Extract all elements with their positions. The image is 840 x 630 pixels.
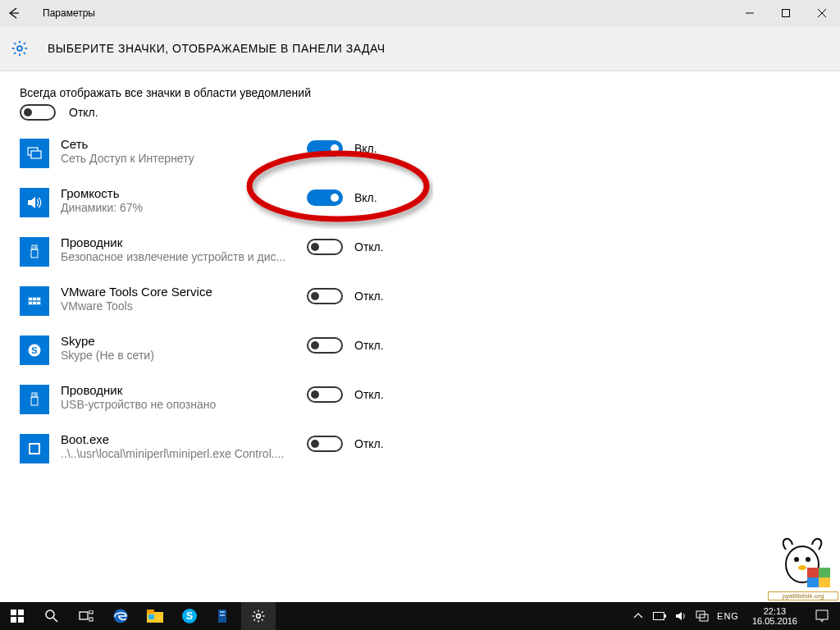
- folder-icon: [147, 609, 163, 623]
- svg-rect-23: [30, 445, 39, 453]
- svg-rect-0: [783, 10, 790, 17]
- svg-rect-6: [31, 249, 38, 258]
- item-control: Откл.: [307, 288, 384, 304]
- tray-language[interactable]: ENG: [717, 611, 739, 621]
- svg-rect-13: [29, 302, 32, 304]
- window-title: Параметры: [43, 7, 95, 19]
- item-state: Откл.: [354, 437, 384, 450]
- watermark-caption: pyatilistnik.org: [768, 591, 838, 600]
- list-item: СетьСеть Доступ к ИнтернетуВкл.: [20, 135, 820, 185]
- item-toggle[interactable]: [307, 288, 343, 304]
- arrow-left-icon: [7, 7, 20, 20]
- master-toggle-row: Всегда отображать все значки в области у…: [20, 86, 820, 121]
- svg-rect-34: [11, 617, 16, 623]
- item-toggle[interactable]: [307, 140, 343, 157]
- taskbar-skype[interactable]: S: [172, 602, 207, 630]
- svg-rect-20: [34, 395, 34, 396]
- maximize-button[interactable]: [768, 0, 804, 26]
- svg-rect-14: [33, 302, 36, 304]
- svg-rect-21: [35, 395, 36, 396]
- item-control: Откл.: [307, 386, 384, 403]
- tray-chevron[interactable]: [632, 609, 645, 623]
- content: Всегда отображать все значки в области у…: [0, 71, 840, 495]
- svg-rect-10: [29, 298, 32, 300]
- gear-icon: [10, 39, 30, 58]
- item-toggle[interactable]: [307, 436, 343, 452]
- minimize-button[interactable]: [732, 0, 768, 26]
- taskbar: S ENG: [0, 602, 840, 630]
- boot-icon: [20, 434, 49, 463]
- windows-icon: [11, 609, 24, 623]
- tray-battery-icon[interactable]: [653, 609, 666, 623]
- svg-rect-38: [89, 610, 93, 614]
- tray-time: 22:13: [752, 606, 797, 616]
- svg-rect-29: [819, 568, 830, 578]
- item-state: Вкл.: [354, 191, 377, 204]
- svg-point-36: [46, 610, 54, 619]
- svg-rect-50: [654, 613, 664, 620]
- item-toggle[interactable]: [307, 239, 343, 255]
- item-state: Откл.: [354, 388, 384, 401]
- master-toggle[interactable]: [20, 104, 56, 121]
- taskbar-explorer[interactable]: [138, 602, 172, 630]
- svg-rect-4: [31, 151, 41, 158]
- tray-volume-icon[interactable]: [674, 609, 687, 623]
- item-state: Вкл.: [354, 142, 377, 155]
- taskbar-app[interactable]: [207, 602, 241, 630]
- item-toggle[interactable]: [307, 386, 343, 403]
- svg-rect-33: [18, 609, 24, 615]
- back-button[interactable]: [0, 0, 26, 26]
- svg-rect-48: [220, 614, 225, 616]
- start-button[interactable]: [0, 602, 34, 630]
- taskview-button[interactable]: [69, 602, 103, 630]
- svg-rect-54: [816, 610, 828, 619]
- taskbar-edge[interactable]: [103, 602, 138, 630]
- item-subtitle: Skype (Не в сети): [61, 349, 307, 363]
- notification-icon-list: СетьСеть Доступ к ИнтернетуВкл.Громкость…: [20, 135, 820, 480]
- skype-icon: S: [20, 336, 49, 365]
- item-title: Skype: [61, 334, 307, 349]
- tray-network-icon[interactable]: [696, 609, 709, 623]
- list-item: ПроводникUSB-устройство не опознаноОткл.: [20, 381, 820, 431]
- item-title: Проводник: [61, 235, 307, 250]
- list-item: VMware Tools Core ServiceVMware ToolsОтк…: [20, 283, 820, 332]
- item-subtitle: ..\..\usr\local\miniperl\miniperl.exe Co…: [61, 447, 307, 461]
- system-tray: ENG 22:13 16.05.2016: [632, 602, 840, 630]
- taskbar-settings[interactable]: [241, 602, 276, 630]
- gear-icon: [251, 609, 266, 623]
- item-texts: ПроводникБезопасное извлечение устройств…: [61, 234, 307, 264]
- page-heading: ВЫБЕРИТЕ ЗНАЧКИ, ОТОБРАЖАЕМЫЕ В ПАНЕЛИ З…: [48, 42, 386, 55]
- edge-icon: [112, 608, 129, 624]
- svg-rect-32: [11, 609, 16, 615]
- search-button[interactable]: [34, 602, 69, 630]
- taskview-icon: [79, 610, 94, 622]
- item-state: Откл.: [354, 240, 384, 253]
- usb-icon: [20, 385, 49, 414]
- item-texts: СетьСеть Доступ к Интернету: [61, 135, 307, 166]
- svg-rect-43: [148, 614, 154, 619]
- network-icon: [20, 139, 49, 168]
- svg-point-1: [17, 46, 22, 51]
- tray-clock[interactable]: 22:13 16.05.2016: [747, 606, 802, 626]
- window-controls: [732, 0, 840, 26]
- action-center-button[interactable]: [810, 602, 833, 630]
- svg-point-49: [257, 614, 261, 619]
- item-title: VMware Tools Core Service: [61, 285, 307, 299]
- item-subtitle: Сеть Доступ к Интернету: [61, 152, 307, 166]
- item-control: Откл.: [307, 239, 384, 255]
- svg-rect-47: [220, 611, 225, 613]
- svg-rect-30: [807, 578, 819, 587]
- svg-text:S: S: [186, 610, 193, 622]
- notification-icon: [815, 609, 829, 623]
- close-button[interactable]: [804, 0, 840, 26]
- item-toggle[interactable]: [307, 337, 343, 354]
- item-texts: VMware Tools Core ServiceVMware Tools: [61, 283, 307, 313]
- item-control: Вкл.: [307, 189, 377, 206]
- usb-icon: [20, 237, 49, 267]
- item-toggle[interactable]: [307, 189, 343, 206]
- item-subtitle: Динамики: 67%: [61, 201, 307, 215]
- skype-icon: S: [181, 608, 198, 624]
- app-icon: [217, 609, 231, 623]
- svg-point-26: [806, 557, 810, 562]
- svg-rect-8: [35, 247, 36, 249]
